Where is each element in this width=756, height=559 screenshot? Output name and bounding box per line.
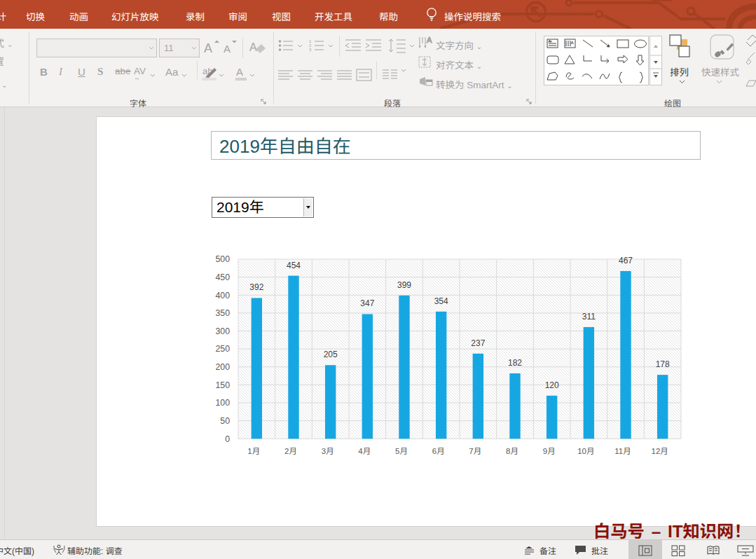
svg-text:0: 0 <box>225 434 230 444</box>
svg-text:A: A <box>204 41 212 55</box>
svg-text:4月: 4月 <box>358 447 371 455</box>
svg-text:399: 399 <box>397 280 411 290</box>
svg-text:11月: 11月 <box>614 447 631 455</box>
svg-text:300: 300 <box>215 326 230 336</box>
svg-text:A: A <box>249 41 257 53</box>
svg-text:347: 347 <box>360 298 374 308</box>
svg-text:8月: 8月 <box>506 447 518 455</box>
svg-text:454: 454 <box>287 261 301 270</box>
svg-text:400: 400 <box>215 291 230 301</box>
svg-text:9月: 9月 <box>543 447 556 455</box>
svg-text:354: 354 <box>434 296 448 306</box>
svg-text:3月: 3月 <box>322 447 334 455</box>
svg-text:6月: 6月 <box>432 447 445 455</box>
svg-text:3: 3 <box>309 48 312 52</box>
svg-text:120: 120 <box>545 380 559 390</box>
svg-text:450: 450 <box>215 272 230 282</box>
svg-text:250: 250 <box>215 344 230 354</box>
svg-text:A: A <box>571 41 575 45</box>
svg-text:10月: 10月 <box>577 447 594 455</box>
svg-text:237: 237 <box>471 338 485 348</box>
svg-text:100: 100 <box>215 398 230 408</box>
svg-text:12月: 12月 <box>652 447 668 455</box>
svg-text:A: A <box>224 43 231 55</box>
svg-text:A: A <box>548 39 551 43</box>
svg-text:178: 178 <box>656 359 670 369</box>
svg-text:50: 50 <box>220 416 230 426</box>
svg-text:150: 150 <box>215 380 230 390</box>
svg-text:392: 392 <box>249 282 263 292</box>
svg-text:5月: 5月 <box>395 447 408 455</box>
svg-text:A: A <box>427 36 432 44</box>
svg-text:500: 500 <box>215 254 230 264</box>
svg-text:182: 182 <box>508 358 522 368</box>
svg-text:311: 311 <box>582 312 596 322</box>
svg-text:1月: 1月 <box>247 447 260 455</box>
svg-text:7月: 7月 <box>469 447 481 455</box>
svg-text:350: 350 <box>215 308 230 318</box>
svg-text:2月: 2月 <box>284 447 297 455</box>
svg-text:200: 200 <box>215 362 230 372</box>
svg-text:467: 467 <box>619 256 633 265</box>
svg-text:205: 205 <box>324 350 338 359</box>
